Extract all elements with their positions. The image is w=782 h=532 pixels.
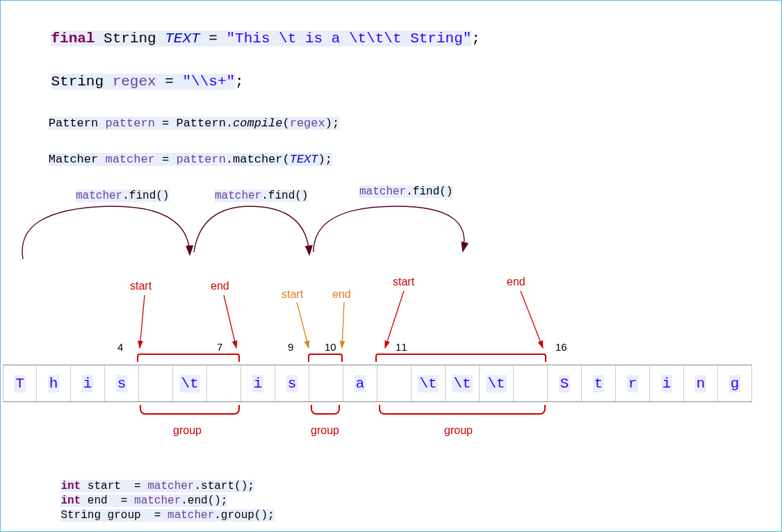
character-cells: This \t is a \t\t\t String [3, 365, 752, 402]
cell-15 [514, 365, 548, 401]
code-line-2: String regex = "\\s+"; [16, 58, 244, 106]
bracket-bot-2 [311, 405, 340, 415]
start-label-1: start [130, 280, 152, 292]
cell-9 [309, 365, 343, 401]
cell-21: g [718, 365, 752, 401]
index-4: 4 [117, 341, 123, 353]
cell-5: \t [173, 365, 207, 401]
cell-13: \t [446, 365, 480, 401]
index-10: 10 [325, 341, 336, 353]
group-label-1: group [173, 424, 202, 437]
bracket-top-1 [137, 354, 240, 362]
bracket-bot-1 [140, 405, 240, 415]
end-label-1: end [211, 280, 229, 292]
find-label-1: matcher.find() [76, 190, 169, 202]
cell-19: i [650, 365, 684, 401]
svg-line-5 [521, 291, 543, 348]
diagram-frame: final String TEXT = "This \t is a \t\t\t… [0, 0, 782, 532]
cell-2: i [71, 365, 105, 401]
svg-line-0 [140, 295, 145, 348]
cell-18: r [616, 365, 650, 401]
svg-line-2 [297, 302, 309, 348]
group-label-2: group [311, 424, 339, 437]
end-label-3: end [507, 276, 526, 288]
svg-line-4 [385, 291, 404, 348]
find-label-3: matcher.find() [359, 185, 453, 198]
index-11: 11 [396, 341, 407, 353]
cell-14: \t [480, 365, 514, 401]
cell-1: h [37, 365, 71, 401]
bracket-bot-3 [379, 405, 546, 415]
cell-17: t [582, 365, 616, 401]
cell-16: S [548, 365, 582, 401]
start-label-2: start [282, 288, 303, 301]
cell-3: s [105, 365, 139, 401]
index-7: 7 [217, 341, 222, 353]
code-line-3: Pattern pattern = Pattern.compile(regex)… [20, 103, 339, 143]
code-group: String group = matcher.group(); [34, 497, 275, 532]
index-16: 16 [555, 341, 567, 353]
cell-7: i [241, 365, 275, 401]
cell-4 [139, 365, 173, 401]
cell-20: n [684, 365, 718, 401]
cell-0: T [3, 365, 37, 401]
cell-10: a [343, 365, 377, 401]
code-line-1: final String TEXT = "This \t is a \t\t\t… [16, 15, 480, 63]
cell-8: s [275, 365, 309, 401]
bracket-top-3 [375, 354, 546, 362]
end-label-2: end [332, 288, 351, 301]
svg-line-3 [342, 302, 344, 348]
cell-6 [207, 365, 241, 401]
svg-line-1 [224, 295, 236, 348]
group-label-3: group [444, 424, 473, 437]
cell-12: \t [412, 365, 446, 401]
code-line-4: Matcher matcher = pattern.matcher(TEXT); [20, 140, 332, 179]
find-label-2: matcher.find() [215, 190, 308, 202]
index-9: 9 [288, 341, 293, 353]
bracket-top-2 [308, 354, 343, 362]
start-label-3: start [393, 276, 414, 288]
cell-11 [377, 365, 412, 401]
